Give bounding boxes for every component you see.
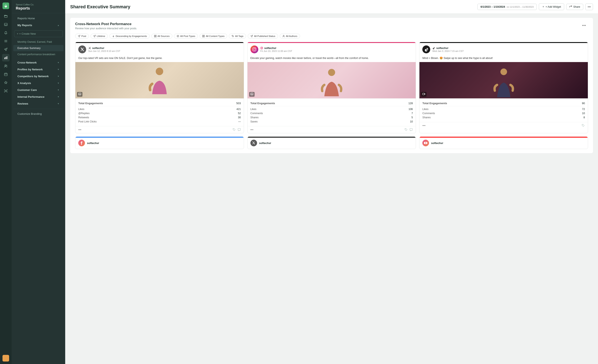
send-icon[interactable]	[2, 46, 9, 53]
tag-button-3[interactable]	[581, 124, 585, 127]
comment-button-2[interactable]	[409, 128, 413, 131]
list-icon[interactable]	[2, 37, 9, 45]
sidebar-item-executive-summary[interactable]: Executive Summary	[13, 45, 64, 51]
sidebar-item-competitors-by-network[interactable]: Competitors by Network ▼	[13, 73, 64, 80]
post-time-2: Fri Jun 10, 2023 11:00 am CST	[260, 50, 413, 52]
sidebar-item-my-reports[interactable]: My Reports ▲	[13, 22, 64, 29]
post-image-2	[248, 62, 416, 98]
filter-descending[interactable]: Descending by Engagements	[109, 34, 150, 39]
plus-icon: +	[17, 32, 18, 35]
filter-all-tags[interactable]: All Tags	[229, 34, 246, 39]
chevron-down-icon-0: ▼	[57, 61, 59, 64]
calendar-icon[interactable]	[2, 71, 9, 78]
header-actions: 6/1/2023 – 1/10/2024 vs 11/1/2023 – 11/3…	[477, 3, 593, 10]
post-avatar-2	[250, 45, 258, 53]
sidebar-item-cross-network[interactable]: Cross-Network ▼	[13, 59, 64, 66]
svg-point-35	[156, 68, 163, 75]
svg-rect-31	[202, 36, 203, 37]
sidebar-item-x-analysis[interactable]: X Analysis ▼	[13, 80, 64, 87]
ellipsis-icon: •••	[588, 5, 591, 8]
share-button[interactable]: Share	[566, 4, 583, 10]
plus-icon: ＋	[542, 5, 545, 8]
post-card-footer-2: •••	[248, 126, 416, 133]
date-range-button[interactable]: 6/1/2023 – 1/10/2024 vs 11/1/2023 – 11/3…	[477, 4, 537, 10]
sidebar-item-customer-care[interactable]: Customer Care ▼	[13, 87, 64, 93]
chevron-down-icon-2: ▼	[57, 75, 59, 77]
yt-logo-bottom	[424, 141, 428, 145]
svg-rect-25	[154, 35, 155, 36]
post-more-button-2[interactable]: •••	[250, 128, 254, 131]
filter-published-status[interactable]: All Published Status	[248, 34, 278, 39]
tag-button-2[interactable]	[405, 128, 408, 131]
bottom-username-tw: softechvr	[259, 142, 271, 145]
main-header: Shared Executive Summary 6/1/2023 – 1/10…	[65, 0, 598, 14]
add-widget-button[interactable]: ＋ + Add Widget	[539, 3, 564, 10]
svg-rect-39	[253, 48, 256, 51]
svg-rect-27	[154, 36, 155, 37]
bottom-avatar-tw	[250, 140, 257, 146]
chevron-up-icon: ▲	[57, 24, 59, 26]
filter-post[interactable]: Post	[75, 34, 89, 39]
svg-rect-30	[204, 35, 205, 36]
stat-row-likes-3: Likes 72	[422, 107, 585, 111]
tag-button-1[interactable]	[233, 128, 236, 131]
stat-row-shares-2: Shares 5	[250, 115, 413, 120]
bottom-preview-row: softechvr softechvr	[75, 137, 588, 149]
content-types-icon	[202, 35, 205, 37]
sidebar-item-internal-performance[interactable]: Internal Performance ▼	[13, 93, 64, 100]
image-type-icon-3	[421, 92, 426, 97]
svg-rect-9	[7, 56, 7, 59]
stat-row-saves-2: Saves 10	[250, 120, 413, 124]
post-username-3: softechvr	[436, 47, 448, 50]
more-options-button[interactable]: •••	[585, 4, 593, 10]
section-card-subtitle: Review how your audience interacted with…	[75, 27, 137, 30]
section-more-button[interactable]: •••	[580, 22, 588, 29]
date-range-current: 6/1/2023 – 1/10/2024	[481, 5, 505, 8]
filter-all-post-types[interactable]: All Post Types	[174, 34, 198, 39]
post-avatar-1	[78, 45, 86, 53]
stat-row-shares-3: Shares 8	[422, 115, 585, 120]
network-icon[interactable]	[2, 87, 9, 95]
sidebar-item-content-perf[interactable]: Content performance breakdown	[12, 51, 65, 57]
svg-point-33	[232, 35, 233, 36]
folder-icon[interactable]	[2, 12, 9, 20]
twitter-x-logo	[80, 47, 84, 52]
post-performance-section: Cross-Network Post Performance Review ho…	[70, 18, 593, 153]
post-card-1: softechvr Sun Jun 12, 2023 8:10 am CST O…	[75, 42, 244, 133]
star-icon[interactable]	[2, 79, 9, 86]
app-logo[interactable]	[2, 2, 9, 9]
stat-row-likes-2: Likes 106	[250, 107, 413, 111]
bell-icon[interactable]	[2, 29, 9, 37]
share-icon	[569, 5, 572, 8]
create-new-button[interactable]: + + Create New	[14, 30, 63, 37]
sidebar-item-monthly[interactable]: Monthly Owned, Earned, Paid	[12, 39, 65, 45]
sidebar-item-reviews[interactable]: Reviews ▼	[13, 100, 64, 107]
chevron-down-icon-4: ▼	[57, 89, 59, 91]
post-image-1	[75, 62, 244, 98]
svg-rect-42	[261, 47, 263, 49]
post-time-1: Sun Jun 12, 2023 8:10 am CST	[88, 50, 241, 52]
post-text-2: Elevate your gaming, watch movies like n…	[248, 55, 416, 62]
post-stats-1: Total Engagements 503 Likes 421 @Replies…	[75, 98, 244, 126]
bottom-card-youtube: softechvr	[419, 137, 588, 149]
svg-rect-32	[204, 36, 205, 37]
filter-lifetime[interactable]: Lifetime	[91, 34, 108, 39]
video-icon	[422, 93, 425, 96]
sidebar: Sprout Coffee Co. Reports Reports Home M…	[12, 0, 65, 364]
comment-button-1[interactable]	[238, 128, 241, 131]
inbox-icon[interactable]	[2, 21, 9, 28]
sidebar-item-reports-home[interactable]: Reports Home	[13, 15, 64, 22]
chart-icon[interactable]	[2, 54, 9, 61]
user-avatar[interactable]	[2, 355, 9, 362]
filter-all-content-types[interactable]: All Content Types	[199, 34, 227, 39]
people-icon[interactable]	[2, 62, 9, 70]
stat-row-replies-1: @Replies 52	[78, 111, 241, 115]
sidebar-item-profiles-by-network[interactable]: Profiles by Network ▼	[13, 66, 64, 73]
post-more-button-3[interactable]: •••	[422, 124, 425, 127]
filter-all-sources[interactable]: All Sources	[151, 34, 172, 39]
post-more-button-1[interactable]: •••	[78, 128, 81, 131]
sidebar-item-customize-branding[interactable]: Customize Branding	[13, 109, 64, 117]
filter-all-authors[interactable]: All Authors	[280, 34, 300, 39]
post-avatar-3	[422, 45, 430, 53]
post-stats-2: Total Engagements 128 Likes 106 Comments…	[248, 98, 416, 126]
